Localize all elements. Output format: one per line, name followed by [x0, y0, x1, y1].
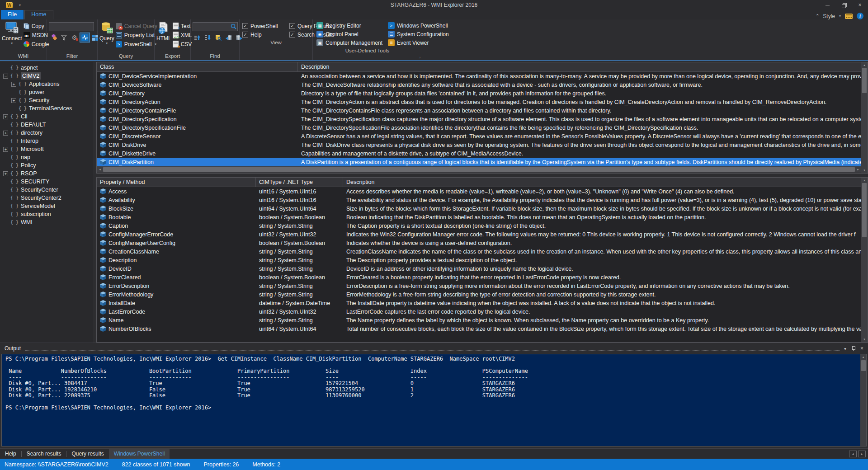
tree-item-subscription[interactable]: { }subscription [0, 210, 93, 218]
property-list-vscrollbar[interactable]: ▴ ▾ [861, 178, 868, 342]
activity-view-button[interactable] [80, 33, 90, 42]
table-row-property[interactable]: InstallDatedatetime / System.DateTimeThe… [97, 299, 868, 307]
tree-item-directory[interactable]: +{ }directory [0, 129, 93, 137]
categorize-filter-button[interactable] [49, 33, 58, 42]
goto-previous-result-button[interactable] [224, 33, 233, 42]
tool-control-panel[interactable]: ◉Control Panel [316, 30, 385, 38]
column-header-prop-description[interactable]: Description [343, 178, 868, 187]
tree-expander-icon[interactable]: + [3, 147, 8, 152]
tree-item-default[interactable]: { }DEFAULT [0, 121, 93, 129]
tree-item-nap[interactable]: { }nap [0, 153, 93, 161]
tree-item-servicemodel[interactable]: { }ServiceModel [0, 202, 93, 210]
table-row-property[interactable]: Accessuint16 / System.UInt16Access descr… [97, 187, 868, 196]
scroll-up-icon[interactable]: ▴ [863, 354, 864, 360]
connect-button[interactable]: Connect ▾ [2, 21, 22, 52]
table-row-property[interactable]: CreationClassNamestring / System.StringC… [97, 247, 868, 256]
scroll-right-icon[interactable]: ▸ [855, 168, 861, 171]
scroll-up-icon[interactable]: ▴ [863, 62, 865, 68]
tree-item-security[interactable]: { }SECURITY [0, 178, 93, 186]
checkbox-icon[interactable]: ✓ [242, 32, 248, 38]
copy-button[interactable]: Copy [24, 22, 49, 30]
tree-expander-icon[interactable]: + [3, 131, 8, 136]
table-row-class[interactable]: CIM_DirectoryContainsFileThe CIM_Directo… [97, 106, 868, 115]
collapse-ribbon-icon[interactable]: ^ [816, 14, 819, 19]
tab-scroll-left-button[interactable]: ◂ [849, 451, 857, 457]
export-text-button[interactable]: ≡ Text [173, 22, 192, 30]
table-row-class[interactable]: CIM_DirectoryDirectory is a type of file… [97, 89, 868, 98]
tree-item-policy[interactable]: { }Policy [0, 161, 93, 169]
tree-item-power[interactable]: { }power [0, 88, 93, 96]
restore-button[interactable] [835, 0, 852, 10]
bottom-tab-query-results[interactable]: Query results [66, 449, 108, 459]
table-row-property[interactable]: Captionstring / System.StringThe Caption… [97, 221, 868, 230]
powershell-query-button[interactable]: > PowerShell ▾ [116, 40, 157, 48]
search-database-button[interactable] [213, 33, 223, 42]
table-row-property[interactable]: DeviceIDstring / System.StringDeviceID i… [97, 264, 868, 273]
tree-expander-icon[interactable]: + [3, 114, 8, 119]
table-row-property[interactable]: Availabilityuint16 / System.UInt16The av… [97, 196, 868, 204]
table-row-class[interactable]: CIM_DisketteDriveCapabilities and manage… [97, 149, 868, 158]
tree-item-wmi[interactable]: { }WMI [0, 218, 93, 226]
tree-item-applications[interactable]: +{ }Applications [0, 80, 93, 88]
tab-file[interactable]: File [1, 10, 24, 19]
tree-item-rsop[interactable]: +{ }RSOP [0, 169, 93, 178]
style-dropdown[interactable]: Style [823, 13, 835, 19]
table-row-property[interactable]: ErrorMethodologystring / System.StringEr… [97, 290, 868, 299]
tree-expander-icon[interactable]: + [3, 171, 8, 176]
table-row-property[interactable]: Bootableboolean / System.BooleanBoolean … [97, 213, 868, 221]
find-next-button[interactable] [203, 33, 212, 42]
output-close-icon[interactable]: × [860, 345, 863, 352]
checkbox-icon[interactable]: ✓ [242, 23, 248, 29]
filter-input[interactable] [49, 22, 94, 31]
checkbox-icon[interactable]: ✓ [289, 23, 295, 29]
close-button[interactable]: × [852, 0, 868, 10]
tree-item-aspnet[interactable]: { }aspnet [0, 64, 93, 72]
scroll-left-icon[interactable]: ◂ [97, 168, 103, 171]
table-row-class[interactable]: CIM_DeviceSoftwareThe CIM_DeviceSoftware… [97, 80, 868, 89]
table-row-property[interactable]: ConfigManagerErrorCodeuint32 / System.UI… [97, 230, 868, 239]
tab-home[interactable]: Home [24, 10, 53, 19]
settings-filter-button[interactable]: ⚙ [70, 33, 79, 42]
table-row-property[interactable]: Namestring / System.StringThe Name prope… [97, 316, 868, 324]
export-csv-button[interactable]: ▦ CSV [173, 40, 192, 48]
tree-item-interop[interactable]: { }Interop [0, 137, 93, 145]
quick-access-dropdown-icon[interactable]: ▾ [19, 3, 21, 7]
table-row-property[interactable]: BlockSizeuint64 / System.UInt64Size in b… [97, 204, 868, 213]
find-previous-button[interactable] [193, 33, 202, 42]
table-row-class[interactable]: CIM_DiskPartitionA DiskPartition is a pr… [97, 158, 868, 166]
tree-item-cimv2[interactable]: −{ }CIMV2 [0, 72, 93, 80]
tree-item-security[interactable]: +{ }Security [0, 96, 93, 104]
style-caret-icon[interactable]: ▾ [839, 14, 841, 18]
powershell-console[interactable]: PS C:\Program Files\SAPIEN Technologies,… [1, 354, 867, 446]
table-row-class[interactable]: CIM_DirectorySpecification The CIM_Direc… [97, 115, 868, 123]
scroll-down-icon[interactable]: ▾ [863, 337, 865, 342]
tree-expander-icon[interactable]: + [11, 82, 16, 87]
info-icon[interactable]: i [857, 13, 863, 19]
property-list-button[interactable]: Property List [116, 31, 157, 39]
table-row-class[interactable]: CIM_DirectorySpecificationFile The CIM_D… [97, 123, 868, 132]
column-header-cimtype[interactable]: CIMType / .NET Type [256, 178, 343, 187]
tool-computer-management[interactable]: ▣Computer Management [316, 38, 385, 47]
tree-item-microsoft[interactable]: +{ }Microsoft [0, 145, 93, 153]
class-list-hscrollbar[interactable]: ◂ ▸ [97, 166, 861, 173]
vscroll-thumb[interactable] [862, 68, 867, 93]
style-keyboard-icon[interactable] [845, 14, 853, 19]
scroll-down-icon[interactable]: ▾ [863, 168, 865, 173]
table-row-class[interactable]: CIM_DiskDriveThe CIM_DiskDrive class rep… [97, 141, 868, 149]
table-row-property[interactable]: NumberOfBlocksuint64 / System.UInt64Tota… [97, 324, 868, 333]
funnel-filter-button[interactable] [59, 33, 69, 42]
tool-event-viewer[interactable]: ≣Event Viewer [388, 38, 449, 47]
bottom-tab-search-results[interactable]: Search results [22, 449, 66, 459]
vscroll-thumb[interactable] [861, 360, 866, 371]
bottom-tab-windows-powershell[interactable]: Windows PowerShell [109, 449, 170, 459]
hscroll-thumb[interactable] [103, 167, 855, 172]
view-option-help[interactable]: ✓Help [242, 30, 286, 39]
column-header-property[interactable]: Property / Method [97, 178, 256, 187]
tree-item-securitycenter2[interactable]: { }SecurityCenter2 [0, 194, 93, 202]
msdn-button[interactable]: m MSDN [24, 31, 49, 39]
view-option-powershell[interactable]: ✓PowerShell [242, 22, 286, 30]
tree-splitter[interactable] [93, 62, 96, 343]
tool-windows-powershell[interactable]: >Windows PowerShell [388, 21, 449, 30]
output-dropdown-icon[interactable]: ▾ [844, 346, 846, 351]
minimize-button[interactable] [819, 0, 835, 10]
